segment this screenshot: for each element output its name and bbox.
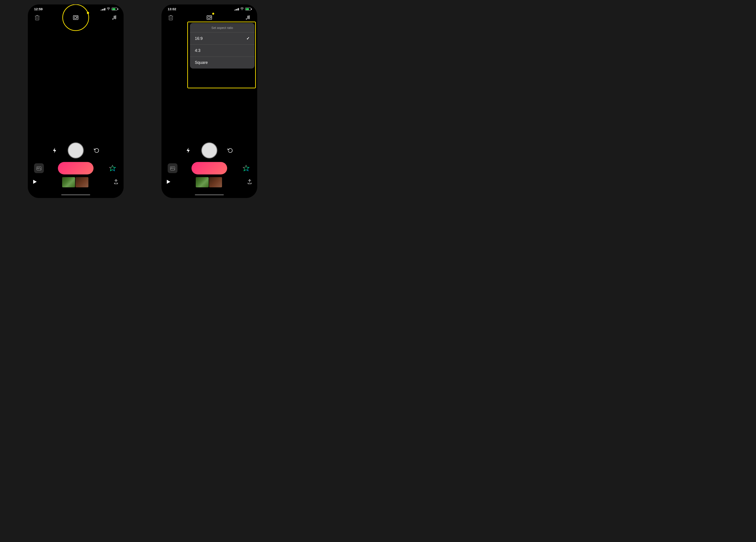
right-yellow-dot: [212, 13, 214, 15]
right-camera-controls: [161, 142, 257, 159]
right-music-button[interactable]: [244, 14, 252, 22]
svg-marker-22: [243, 165, 249, 171]
right-bottom-controls: [161, 140, 257, 191]
svg-point-9: [38, 167, 39, 168]
svg-marker-11: [33, 180, 37, 184]
right-trash-button[interactable]: [167, 14, 175, 22]
left-share-button[interactable]: [114, 179, 118, 185]
left-aspect-ratio-button[interactable]: [72, 14, 80, 22]
right-wifi-icon: [240, 7, 244, 11]
left-phone: 12:59: [28, 4, 124, 198]
aspect-16-9-label: 16:9: [195, 36, 203, 41]
svg-rect-12: [169, 16, 173, 20]
right-shutter-button[interactable]: [201, 142, 217, 159]
left-yellow-dot: [87, 12, 89, 14]
aspect-ratio-dropdown: Set aspect ratio 16:9 ✓ 4:3 Square: [190, 23, 255, 69]
left-flash-button[interactable]: [51, 146, 59, 155]
left-thumb-2: [75, 177, 88, 187]
main-container: 12:59: [0, 0, 285, 203]
left-home-indicator: [28, 191, 124, 198]
svg-rect-15: [207, 16, 212, 20]
svg-rect-16: [208, 16, 210, 18]
right-timeline-row: [161, 177, 257, 187]
aspect-ratio-4-3[interactable]: 4:3: [190, 45, 255, 57]
right-action-row: [161, 162, 257, 175]
right-share-button[interactable]: [247, 179, 252, 185]
left-play-button[interactable]: [33, 180, 37, 185]
left-preview-area: [28, 23, 124, 140]
left-thumbnails: [62, 177, 88, 187]
left-aspect-ratio-area: [72, 14, 80, 22]
left-record-button[interactable]: [58, 162, 94, 175]
left-camera-controls: [28, 142, 124, 159]
svg-marker-23: [167, 180, 170, 184]
svg-marker-10: [110, 165, 116, 171]
right-aspect-ratio-button[interactable]: [205, 14, 213, 22]
right-home-indicator: [161, 191, 257, 198]
right-top-toolbar: Set aspect ratio 16:9 ✓ 4:3 Square: [161, 12, 257, 23]
left-music-button[interactable]: [110, 14, 118, 22]
left-battery-icon: [112, 8, 117, 10]
dropdown-header: Set aspect ratio: [190, 23, 255, 33]
left-thumb-1: [62, 177, 75, 187]
svg-rect-4: [74, 16, 76, 18]
svg-rect-3: [73, 16, 78, 20]
left-home-bar: [61, 194, 90, 195]
left-bottom-controls: [28, 140, 124, 191]
left-trash-button[interactable]: [33, 14, 41, 22]
left-rotate-button[interactable]: [93, 146, 101, 155]
right-play-button[interactable]: [167, 180, 170, 185]
right-status-bar: 13:02: [161, 4, 257, 12]
right-gallery-button[interactable]: [168, 163, 177, 173]
left-status-bar: 12:59: [28, 4, 124, 12]
svg-point-21: [171, 167, 172, 168]
left-timeline-row: [28, 177, 124, 187]
left-signal-icon: [101, 8, 105, 10]
aspect-ratio-square[interactable]: Square: [190, 57, 255, 69]
right-thumb-2: [209, 177, 222, 187]
right-rotate-button[interactable]: [226, 146, 234, 155]
aspect-square-label: Square: [195, 60, 208, 65]
left-status-icons: [101, 7, 117, 11]
aspect-ratio-16-9[interactable]: 16:9 ✓: [190, 33, 255, 45]
left-shutter-button[interactable]: [68, 142, 84, 159]
right-battery-icon: [245, 8, 251, 10]
right-thumbnails: [196, 177, 222, 187]
svg-rect-0: [35, 16, 39, 20]
left-time: 12:59: [34, 7, 43, 11]
left-action-row: [28, 162, 124, 175]
right-phone: 13:02: [161, 4, 257, 198]
left-top-toolbar: [28, 12, 124, 23]
aspect-4-3-label: 4:3: [195, 48, 200, 53]
left-wifi-icon: [107, 7, 110, 11]
left-star-button[interactable]: [108, 163, 117, 173]
right-home-bar: [195, 194, 224, 195]
right-flash-button[interactable]: [184, 146, 192, 155]
right-record-button[interactable]: [192, 162, 227, 175]
right-star-button[interactable]: [241, 163, 251, 173]
right-status-icons: [234, 7, 251, 11]
right-signal-icon: [234, 8, 239, 10]
right-thumb-1: [196, 177, 209, 187]
left-gallery-button[interactable]: [34, 163, 44, 173]
right-time: 13:02: [168, 7, 176, 11]
aspect-16-9-check: ✓: [246, 36, 250, 41]
